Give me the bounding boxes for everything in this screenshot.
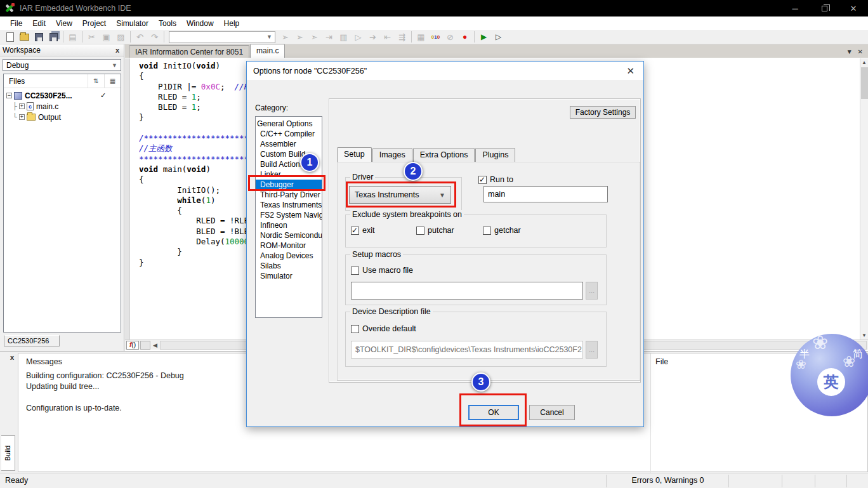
tab-main-c[interactable]: main.c: [250, 44, 285, 58]
tree-expander-icon[interactable]: −: [6, 93, 12, 98]
category-list: General OptionsC/C++ CompilerAssemblerCu…: [255, 116, 322, 318]
category-item-assembler[interactable]: Assembler: [256, 139, 322, 149]
exit-label: exit: [362, 226, 374, 235]
editor-split-box[interactable]: [140, 341, 150, 350]
ok-button[interactable]: OK: [468, 405, 519, 420]
tree-item-main-c[interactable]: ├+cmain.c: [4, 101, 121, 112]
dialog-tab-images[interactable]: Images: [372, 148, 412, 162]
copy-icon: ▣: [99, 30, 114, 43]
menu-edit[interactable]: Edit: [27, 18, 51, 29]
sort-order-icon[interactable]: ⇅: [88, 74, 104, 88]
save-icon[interactable]: [32, 30, 46, 43]
build-tab[interactable]: Build: [1, 435, 15, 471]
category-item-rom-monitor[interactable]: ROM-Monitor: [256, 241, 322, 251]
tree-expander-icon[interactable]: +: [19, 114, 25, 120]
toggle-breakpoint-icon[interactable]: ●: [457, 30, 472, 43]
restore-button[interactable]: [810, 0, 839, 16]
tree-item-output[interactable]: └+Output: [4, 112, 121, 122]
category-item-silabs[interactable]: Silabs: [256, 261, 322, 271]
workspace-project-tab[interactable]: CC2530F256: [4, 335, 60, 346]
c-file-icon: c: [27, 102, 34, 110]
use-macro-file-checkbox[interactable]: Use macro file: [351, 266, 413, 275]
open-file-icon[interactable]: [17, 30, 32, 43]
category-item-analog-devices[interactable]: Analog Devices: [256, 251, 322, 261]
files-tree: Files ⇅ ▦ −CC2530F25...✓├+cmain.c└+Outpu…: [3, 74, 121, 333]
scroll-left-icon[interactable]: ◀: [150, 341, 160, 350]
toolbar: ▤✂▣▨↶↷▼➢➢➣⇥▥▷➔⇤⇶▦010⊘●▶▷: [0, 30, 868, 44]
toolbar-search-combobox[interactable]: ▼: [169, 31, 275, 43]
save-all-icon[interactable]: [46, 30, 61, 43]
category-item-simulator[interactable]: Simulator: [256, 271, 322, 281]
tab-iar-information-center-for-8051[interactable]: IAR Information Center for 8051: [129, 45, 249, 58]
macro-browse-button[interactable]: ...: [586, 282, 598, 300]
dialog-tab-extra-options[interactable]: Extra Options: [413, 148, 475, 162]
dialog-close-icon[interactable]: ✕: [624, 65, 637, 77]
category-item-general-options[interactable]: General Options: [256, 119, 322, 129]
device-description-path-input[interactable]: $TOOLKIT_DIR$\config\devices\Texas Instr…: [351, 341, 583, 359]
tree-expander-icon[interactable]: +: [19, 103, 25, 109]
scrollbar-thumb[interactable]: [861, 67, 868, 99]
category-item-infineon[interactable]: Infineon: [256, 220, 322, 230]
category-item-third-party-driver[interactable]: Third-Party Driver: [256, 190, 322, 200]
putchar-checkbox[interactable]: putchar: [416, 226, 454, 235]
menu-file[interactable]: File: [5, 18, 27, 29]
category-item-build-actions[interactable]: Build Actions: [256, 159, 322, 169]
status-text: Ready: [5, 476, 28, 485]
next-bookmark-icon: ▷: [351, 30, 365, 43]
dialog-tab-plugins[interactable]: Plugins: [475, 148, 515, 162]
find-icon: ➢: [278, 30, 293, 43]
category-item-texas-instruments[interactable]: Texas Instruments: [256, 200, 322, 210]
workspace-close-icon[interactable]: x: [114, 46, 121, 54]
debug-without-downloading-icon[interactable]: ▷: [491, 30, 506, 43]
category-item-nordic-semiconduc[interactable]: Nordic Semiconduc: [256, 230, 322, 241]
new-document-icon[interactable]: [3, 30, 17, 43]
tab-list-icon[interactable]: ▼: [846, 48, 853, 55]
folder-icon: [27, 114, 36, 121]
dialog-tab-setup[interactable]: Setup: [337, 147, 372, 162]
column-divider[interactable]: [650, 353, 651, 473]
toolbar-separator: [164, 31, 164, 43]
files-column-header[interactable]: Files: [4, 77, 88, 86]
tab-close-icon[interactable]: ✕: [858, 48, 863, 55]
run-to-label: Run to: [490, 175, 513, 184]
driver-dropdown[interactable]: Texas Instruments ▼: [349, 186, 451, 204]
menu-view[interactable]: View: [51, 18, 77, 29]
editor-vertical-scrollbar[interactable]: ▲ ▼: [860, 58, 868, 340]
application-window: IAR Embedded Workbench IDE ─ ✕ FileEditV…: [0, 0, 868, 488]
tree-item-cc2530f25---[interactable]: −CC2530F25...✓: [4, 90, 121, 101]
device-browse-button[interactable]: ...: [586, 341, 598, 359]
exit-checkbox[interactable]: exit: [351, 226, 374, 235]
category-item-c-c---compiler[interactable]: C/C++ Compiler: [256, 129, 322, 139]
scroll-down-icon[interactable]: ▼: [860, 331, 868, 340]
run-to-checkbox[interactable]: Run to: [478, 175, 513, 184]
category-item-fs2-system-naviga[interactable]: FS2 System Naviga: [256, 210, 322, 220]
menu-help[interactable]: Help: [219, 18, 245, 29]
category-item-debugger[interactable]: Debugger: [256, 180, 322, 190]
close-button[interactable]: ✕: [839, 0, 868, 16]
macro-file-input[interactable]: [351, 282, 583, 300]
function-list-button[interactable]: f(): [126, 341, 139, 350]
category-item-custom-build[interactable]: Custom Build: [256, 149, 322, 159]
menu-tools[interactable]: Tools: [154, 18, 181, 29]
find-next-icon: ➢: [293, 30, 307, 43]
minimize-button[interactable]: ─: [780, 0, 810, 16]
make-icon[interactable]: 010: [428, 30, 443, 43]
breakpoint-margin[interactable]: [125, 58, 130, 340]
checkbox-unchecked-icon: [416, 227, 424, 235]
driver-value: Texas Instruments: [355, 190, 419, 199]
build-panel-close-icon[interactable]: x: [10, 353, 14, 361]
scroll-up-icon[interactable]: ▲: [860, 58, 868, 67]
getchar-checkbox[interactable]: getchar: [483, 226, 521, 235]
paste-icon: ▨: [114, 30, 128, 43]
run-to-input[interactable]: main: [483, 186, 608, 202]
category-item-linker[interactable]: Linker: [256, 169, 322, 180]
download-and-debug-icon[interactable]: ▶: [477, 30, 491, 43]
menu-window[interactable]: Window: [181, 18, 219, 29]
menu-simulator[interactable]: Simulator: [111, 18, 154, 29]
watermark-char-left: 半: [799, 348, 810, 361]
menu-project[interactable]: Project: [77, 18, 111, 29]
file-options-icon[interactable]: ▦: [104, 74, 121, 88]
override-default-checkbox[interactable]: Overide default: [351, 324, 416, 333]
configuration-dropdown[interactable]: Debug ▼: [3, 59, 121, 71]
cancel-button[interactable]: Cancel: [529, 405, 575, 420]
